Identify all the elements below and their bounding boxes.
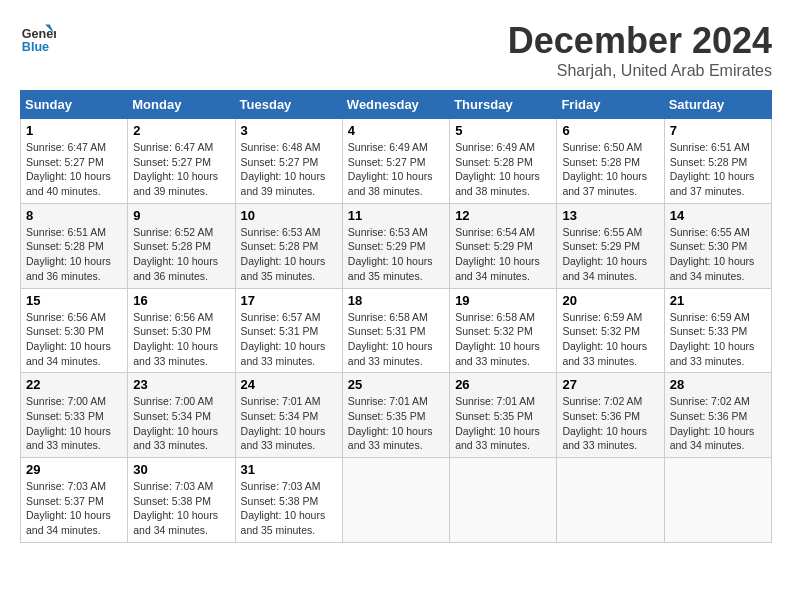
calendar-cell [342,458,449,543]
day-info: Sunrise: 7:03 AM Sunset: 5:37 PM Dayligh… [26,479,122,538]
calendar-cell: 19 Sunrise: 6:58 AM Sunset: 5:32 PM Dayl… [450,288,557,373]
calendar-cell: 9 Sunrise: 6:52 AM Sunset: 5:28 PM Dayli… [128,203,235,288]
calendar-cell: 20 Sunrise: 6:59 AM Sunset: 5:32 PM Dayl… [557,288,664,373]
day-number: 20 [562,293,658,308]
col-monday: Monday [128,91,235,119]
calendar-cell: 21 Sunrise: 6:59 AM Sunset: 5:33 PM Dayl… [664,288,771,373]
day-number: 27 [562,377,658,392]
day-info: Sunrise: 6:54 AM Sunset: 5:29 PM Dayligh… [455,225,551,284]
day-info: Sunrise: 7:03 AM Sunset: 5:38 PM Dayligh… [133,479,229,538]
day-info: Sunrise: 6:56 AM Sunset: 5:30 PM Dayligh… [133,310,229,369]
day-info: Sunrise: 6:53 AM Sunset: 5:29 PM Dayligh… [348,225,444,284]
day-info: Sunrise: 6:47 AM Sunset: 5:27 PM Dayligh… [133,140,229,199]
month-title: December 2024 [508,20,772,62]
day-info: Sunrise: 7:01 AM Sunset: 5:35 PM Dayligh… [455,394,551,453]
day-info: Sunrise: 6:56 AM Sunset: 5:30 PM Dayligh… [26,310,122,369]
day-info: Sunrise: 6:55 AM Sunset: 5:30 PM Dayligh… [670,225,766,284]
day-number: 5 [455,123,551,138]
day-number: 8 [26,208,122,223]
day-info: Sunrise: 6:58 AM Sunset: 5:32 PM Dayligh… [455,310,551,369]
day-number: 7 [670,123,766,138]
day-number: 2 [133,123,229,138]
day-number: 19 [455,293,551,308]
day-number: 11 [348,208,444,223]
day-number: 13 [562,208,658,223]
header-row: Sunday Monday Tuesday Wednesday Thursday… [21,91,772,119]
day-info: Sunrise: 6:57 AM Sunset: 5:31 PM Dayligh… [241,310,337,369]
location-subtitle: Sharjah, United Arab Emirates [508,62,772,80]
calendar-cell: 18 Sunrise: 6:58 AM Sunset: 5:31 PM Dayl… [342,288,449,373]
day-number: 3 [241,123,337,138]
col-wednesday: Wednesday [342,91,449,119]
calendar-cell: 6 Sunrise: 6:50 AM Sunset: 5:28 PM Dayli… [557,119,664,204]
day-number: 4 [348,123,444,138]
col-sunday: Sunday [21,91,128,119]
day-info: Sunrise: 7:00 AM Sunset: 5:34 PM Dayligh… [133,394,229,453]
day-info: Sunrise: 7:01 AM Sunset: 5:35 PM Dayligh… [348,394,444,453]
day-number: 12 [455,208,551,223]
day-info: Sunrise: 6:50 AM Sunset: 5:28 PM Dayligh… [562,140,658,199]
day-number: 16 [133,293,229,308]
day-number: 6 [562,123,658,138]
day-info: Sunrise: 7:01 AM Sunset: 5:34 PM Dayligh… [241,394,337,453]
calendar-cell: 5 Sunrise: 6:49 AM Sunset: 5:28 PM Dayli… [450,119,557,204]
day-info: Sunrise: 6:49 AM Sunset: 5:27 PM Dayligh… [348,140,444,199]
calendar-cell: 8 Sunrise: 6:51 AM Sunset: 5:28 PM Dayli… [21,203,128,288]
calendar-cell: 23 Sunrise: 7:00 AM Sunset: 5:34 PM Dayl… [128,373,235,458]
day-info: Sunrise: 6:51 AM Sunset: 5:28 PM Dayligh… [670,140,766,199]
calendar-cell: 22 Sunrise: 7:00 AM Sunset: 5:33 PM Dayl… [21,373,128,458]
day-info: Sunrise: 6:59 AM Sunset: 5:32 PM Dayligh… [562,310,658,369]
calendar-cell: 28 Sunrise: 7:02 AM Sunset: 5:36 PM Dayl… [664,373,771,458]
day-number: 1 [26,123,122,138]
calendar-cell: 3 Sunrise: 6:48 AM Sunset: 5:27 PM Dayli… [235,119,342,204]
day-number: 24 [241,377,337,392]
col-tuesday: Tuesday [235,91,342,119]
calendar-week-row: 29 Sunrise: 7:03 AM Sunset: 5:37 PM Dayl… [21,458,772,543]
day-number: 26 [455,377,551,392]
day-number: 18 [348,293,444,308]
calendar-cell: 26 Sunrise: 7:01 AM Sunset: 5:35 PM Dayl… [450,373,557,458]
day-number: 9 [133,208,229,223]
calendar-cell: 10 Sunrise: 6:53 AM Sunset: 5:28 PM Dayl… [235,203,342,288]
calendar-cell: 4 Sunrise: 6:49 AM Sunset: 5:27 PM Dayli… [342,119,449,204]
day-number: 15 [26,293,122,308]
calendar-cell: 12 Sunrise: 6:54 AM Sunset: 5:29 PM Dayl… [450,203,557,288]
calendar-cell: 29 Sunrise: 7:03 AM Sunset: 5:37 PM Dayl… [21,458,128,543]
day-info: Sunrise: 7:00 AM Sunset: 5:33 PM Dayligh… [26,394,122,453]
logo-icon: General Blue [20,20,56,56]
calendar-table: Sunday Monday Tuesday Wednesday Thursday… [20,90,772,543]
calendar-cell: 16 Sunrise: 6:56 AM Sunset: 5:30 PM Dayl… [128,288,235,373]
day-info: Sunrise: 6:58 AM Sunset: 5:31 PM Dayligh… [348,310,444,369]
day-number: 17 [241,293,337,308]
day-number: 14 [670,208,766,223]
calendar-cell: 24 Sunrise: 7:01 AM Sunset: 5:34 PM Dayl… [235,373,342,458]
calendar-cell: 25 Sunrise: 7:01 AM Sunset: 5:35 PM Dayl… [342,373,449,458]
day-info: Sunrise: 6:49 AM Sunset: 5:28 PM Dayligh… [455,140,551,199]
day-info: Sunrise: 6:51 AM Sunset: 5:28 PM Dayligh… [26,225,122,284]
calendar-cell: 7 Sunrise: 6:51 AM Sunset: 5:28 PM Dayli… [664,119,771,204]
calendar-cell: 11 Sunrise: 6:53 AM Sunset: 5:29 PM Dayl… [342,203,449,288]
col-friday: Friday [557,91,664,119]
calendar-cell: 1 Sunrise: 6:47 AM Sunset: 5:27 PM Dayli… [21,119,128,204]
col-thursday: Thursday [450,91,557,119]
col-saturday: Saturday [664,91,771,119]
day-info: Sunrise: 6:52 AM Sunset: 5:28 PM Dayligh… [133,225,229,284]
day-info: Sunrise: 7:02 AM Sunset: 5:36 PM Dayligh… [670,394,766,453]
day-number: 29 [26,462,122,477]
logo: General Blue [20,20,56,56]
calendar-week-row: 1 Sunrise: 6:47 AM Sunset: 5:27 PM Dayli… [21,119,772,204]
calendar-week-row: 8 Sunrise: 6:51 AM Sunset: 5:28 PM Dayli… [21,203,772,288]
calendar-week-row: 22 Sunrise: 7:00 AM Sunset: 5:33 PM Dayl… [21,373,772,458]
day-info: Sunrise: 6:53 AM Sunset: 5:28 PM Dayligh… [241,225,337,284]
calendar-cell [664,458,771,543]
calendar-week-row: 15 Sunrise: 6:56 AM Sunset: 5:30 PM Dayl… [21,288,772,373]
day-number: 30 [133,462,229,477]
day-info: Sunrise: 6:48 AM Sunset: 5:27 PM Dayligh… [241,140,337,199]
calendar-cell: 17 Sunrise: 6:57 AM Sunset: 5:31 PM Dayl… [235,288,342,373]
day-info: Sunrise: 7:02 AM Sunset: 5:36 PM Dayligh… [562,394,658,453]
day-number: 21 [670,293,766,308]
day-number: 23 [133,377,229,392]
day-number: 25 [348,377,444,392]
day-number: 28 [670,377,766,392]
calendar-cell [557,458,664,543]
